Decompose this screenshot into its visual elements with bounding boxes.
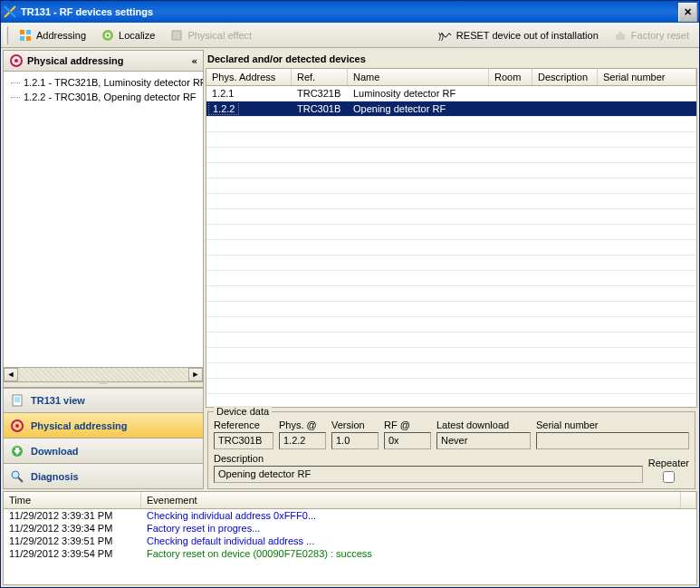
titlebar: TR131 - RF devices settings ✕ (1, 1, 699, 23)
right-column: Declared and/or detected devices Phys. A… (206, 50, 697, 489)
phys-field: 1.2.2 (279, 432, 326, 449)
tree-item[interactable]: 1.2.2 - TRC301B, Opening detector RF (7, 90, 199, 104)
phys-label: Phys. @ (279, 419, 326, 430)
svg-rect-3 (26, 30, 31, 34)
log-row[interactable]: 11/29/2012 3:39:34 PMFactory reset in pr… (4, 522, 696, 535)
table-row[interactable]: 1.2.2TRC301BOpening detector RF (206, 101, 696, 117)
description-field: Opening detector RF (214, 466, 643, 483)
localize-label: Localize (119, 30, 155, 41)
table-row-empty (206, 286, 696, 302)
physical-addressing-label: Physical addressing (31, 420, 127, 431)
log-message: Factory reset on device (00090F7E0283) :… (141, 548, 696, 559)
log-col-event[interactable]: Evenement (141, 492, 681, 508)
physical-effect-button[interactable]: Physical effect (163, 25, 258, 45)
rf-field: 0x (384, 432, 431, 449)
table-cell: TRC321B (292, 88, 348, 99)
table-row-empty (206, 379, 696, 394)
scroll-track[interactable] (18, 368, 188, 381)
physical-addressing-tab[interactable]: Physical addressing (3, 413, 204, 439)
addressing-icon (18, 28, 33, 43)
device-tree[interactable]: 1.2.1 - TRC321B, Luminosity detector RF … (3, 72, 204, 368)
table-row[interactable]: 1.2.1TRC321BLuminosity detector RF (206, 86, 696, 101)
localize-icon (101, 28, 115, 43)
upper-row: Physical addressing « 1.2.1 - TRC321B, L… (3, 50, 697, 489)
scroll-left-button[interactable]: ◄ (4, 368, 18, 381)
toolbar-drag-handle[interactable] (5, 26, 8, 44)
log-row[interactable]: 11/29/2012 3:39:31 PMChecking individual… (4, 509, 696, 522)
download-tab[interactable]: Download (3, 439, 204, 464)
description-label: Description (214, 453, 643, 464)
table-row-empty (206, 255, 696, 271)
log-message: Checking individual address 0xFFF0... (141, 510, 696, 521)
table-row-empty (206, 209, 696, 225)
table-row-empty (206, 225, 696, 240)
col-ref[interactable]: Ref. (292, 69, 348, 85)
factory-reset-button[interactable]: Factory reset (607, 25, 695, 45)
svg-rect-11 (616, 34, 625, 40)
device-data-legend: Device data (214, 406, 272, 417)
latest-field: Never (436, 432, 531, 449)
tree-item[interactable]: 1.2.1 - TRC321B, Luminosity detector RF (7, 75, 199, 90)
app-icon (3, 5, 17, 19)
log-col-time[interactable]: Time (4, 492, 141, 508)
diagnosis-tab[interactable]: Diagnosis (3, 464, 204, 489)
sidebar-title: Physical addressing (27, 55, 123, 66)
localize-button[interactable]: Localize (94, 25, 161, 45)
svg-rect-2 (20, 30, 24, 34)
addressing-button[interactable]: Addressing (12, 25, 92, 45)
svg-point-14 (14, 59, 18, 63)
log-panel: Time Evenement 11/29/2012 3:39:31 PMChec… (3, 491, 697, 585)
grid-body[interactable]: 1.2.1TRC321BLuminosity detector RF1.2.2T… (206, 86, 696, 407)
table-row-empty (206, 117, 696, 132)
table-row-empty (206, 163, 696, 178)
log-row[interactable]: 11/29/2012 3:39:54 PMFactory reset on de… (4, 547, 696, 560)
chevron-left-icon[interactable]: « (191, 55, 197, 67)
col-description[interactable]: Description (532, 69, 598, 85)
physical-effect-icon (169, 28, 184, 43)
reset-out-button[interactable]: )) RESET device out of installation (432, 25, 605, 45)
svg-point-8 (107, 34, 110, 36)
table-cell: 1.2.1 (206, 88, 292, 99)
rf-label: RF @ (384, 419, 431, 430)
svg-rect-4 (20, 36, 24, 41)
svg-rect-5 (26, 36, 31, 41)
factory-reset-label: Factory reset (631, 30, 689, 41)
svg-rect-15 (13, 395, 22, 406)
table-row-empty (206, 363, 696, 379)
content-area: Physical addressing « 1.2.1 - TRC321B, L… (1, 48, 699, 587)
log-time: 11/29/2012 3:39:34 PM (4, 523, 141, 534)
left-column: Physical addressing « 1.2.1 - TRC321B, L… (3, 50, 204, 489)
latest-label: Latest download (436, 419, 531, 430)
tr131-view-tab[interactable]: TR131 view (3, 388, 204, 413)
devices-grid[interactable]: Phys. Address Ref. Name Room Description… (206, 68, 697, 408)
toolbar: Addressing Localize Physical effect )) R… (1, 23, 699, 48)
table-row-empty (206, 317, 696, 333)
table-cell: TRC301B (292, 103, 348, 114)
col-name[interactable]: Name (348, 69, 489, 85)
table-row-empty (206, 194, 696, 209)
col-room[interactable]: Room (489, 69, 532, 85)
log-time: 11/29/2012 3:39:54 PM (4, 548, 141, 559)
magnifier-icon (9, 469, 25, 484)
table-row-empty (206, 178, 696, 194)
serial-label: Serial number (536, 419, 689, 430)
reset-out-label: RESET device out of installation (456, 30, 599, 41)
target-icon (9, 53, 24, 68)
sidebar-header[interactable]: Physical addressing « (3, 50, 204, 72)
scroll-right-button[interactable]: ► (188, 368, 203, 381)
log-body[interactable]: 11/29/2012 3:39:31 PMChecking individual… (4, 509, 696, 584)
diagnosis-label: Diagnosis (31, 471, 79, 482)
log-header: Time Evenement (4, 492, 696, 509)
grid-title: Declared and/or detected devices (206, 50, 697, 68)
table-row-empty (206, 333, 696, 348)
reference-field: TRC301B (214, 432, 273, 449)
table-row-empty (206, 348, 696, 363)
reference-label: Reference (214, 419, 273, 430)
col-serial[interactable]: Serial number (598, 69, 696, 85)
col-phys-address[interactable]: Phys. Address (206, 69, 292, 85)
signal-icon: )) (438, 28, 453, 43)
repeater-checkbox[interactable] (663, 471, 675, 483)
log-row[interactable]: 11/29/2012 3:39:51 PMChecking default in… (4, 535, 696, 547)
table-row-empty (206, 240, 696, 255)
close-button[interactable]: ✕ (678, 3, 697, 22)
